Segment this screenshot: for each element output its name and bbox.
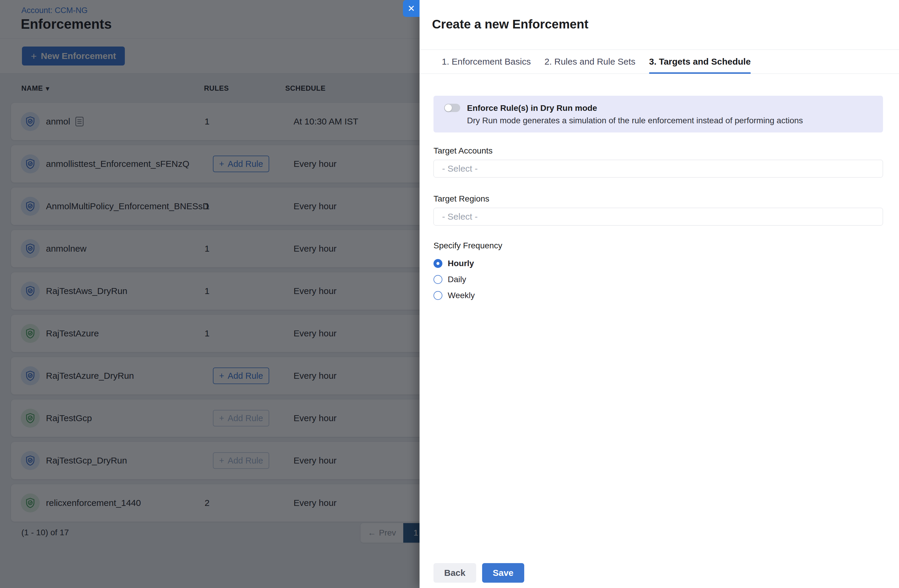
dry-run-panel: Enforce Rule(s) in Dry Run mode Dry Run … [434, 96, 883, 133]
target-accounts-label: Target Accounts [434, 146, 883, 156]
radio-icon [434, 291, 442, 300]
toggle-knob-icon [445, 104, 452, 111]
save-button[interactable]: Save [482, 563, 524, 583]
drawer-footer: Back Save [434, 563, 524, 583]
back-button[interactable]: Back [434, 563, 476, 583]
close-icon: ✕ [408, 3, 415, 14]
dry-run-title: Enforce Rule(s) in Dry Run mode [467, 103, 597, 113]
close-button[interactable]: ✕ [403, 0, 420, 17]
drawer-content: Enforce Rule(s) in Dry Run mode Dry Run … [434, 74, 883, 556]
drawer-tabs: 1. Enforcement Basics 2. Rules and Rule … [420, 49, 899, 74]
frequency-radio[interactable]: Daily [434, 273, 883, 286]
frequency-label: Specify Frequency [434, 241, 883, 250]
frequency-radio-group: Hourly Daily Weekly [434, 257, 883, 302]
drawer-title: Create a new Enforcement [432, 17, 589, 31]
target-accounts-select[interactable]: - Select - [434, 160, 883, 177]
frequency-radio[interactable]: Weekly [434, 289, 883, 302]
dry-run-toggle[interactable] [444, 104, 460, 112]
target-accounts-placeholder: - Select - [442, 164, 478, 174]
target-regions-label: Target Regions [434, 194, 883, 204]
drawer-tab[interactable]: 2. Rules and Rule Sets [544, 50, 635, 74]
dry-run-description: Dry Run mode generates a simulation of t… [467, 116, 803, 125]
radio-icon [434, 275, 442, 284]
drawer-tab[interactable]: 3. Targets and Schedule [649, 50, 751, 74]
target-regions-select[interactable]: - Select - [434, 208, 883, 225]
create-enforcement-drawer: ✕ Create a new Enforcement 1. Enforcemen… [420, 0, 899, 588]
frequency-radio[interactable]: Hourly [434, 257, 883, 270]
target-regions-placeholder: - Select - [442, 211, 478, 222]
radio-icon [434, 259, 442, 268]
drawer-tab[interactable]: 1. Enforcement Basics [442, 50, 531, 74]
